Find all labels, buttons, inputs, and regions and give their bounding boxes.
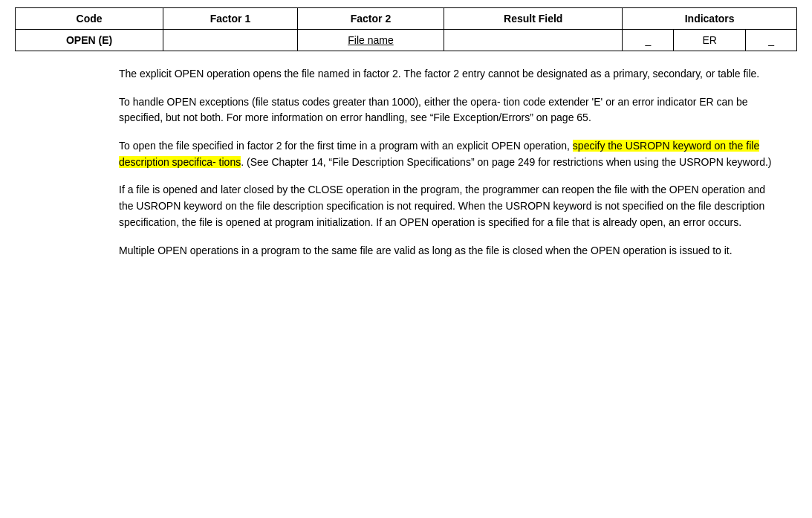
highlighted-text: specify the USROPN keyword on the file d…: [119, 140, 759, 168]
cell-ind2: ER: [674, 30, 746, 51]
cell-ind3: _: [746, 30, 797, 51]
col-header-factor2: Factor 2: [297, 8, 444, 30]
col-header-factor1: Factor 1: [163, 8, 298, 30]
cell-code: OPEN (E): [16, 30, 163, 51]
table-row: OPEN (E) File name _ ER _: [16, 30, 797, 51]
col-header-result: Result Field: [444, 8, 623, 30]
paragraph-3: To open the file specified in factor 2 f…: [119, 138, 782, 170]
paragraph-1: The explicit OPEN operation opens the fi…: [119, 66, 782, 82]
cell-factor1: [163, 30, 298, 51]
paragraph-5: Multiple OPEN operations in a program to…: [119, 243, 782, 259]
cell-result: [444, 30, 623, 51]
cell-factor2: File name: [297, 30, 444, 51]
operation-table: Code Factor 1 Factor 2 Result Field Indi…: [15, 7, 797, 51]
col-header-code: Code: [16, 8, 163, 30]
paragraph-2: To handle OPEN exceptions (file status c…: [119, 94, 782, 126]
content-area: The explicit OPEN operation opens the fi…: [119, 66, 782, 259]
cell-ind1: _: [623, 30, 674, 51]
paragraph-4: If a file is opened and later closed by …: [119, 182, 782, 230]
col-header-indicators: Indicators: [623, 8, 797, 30]
